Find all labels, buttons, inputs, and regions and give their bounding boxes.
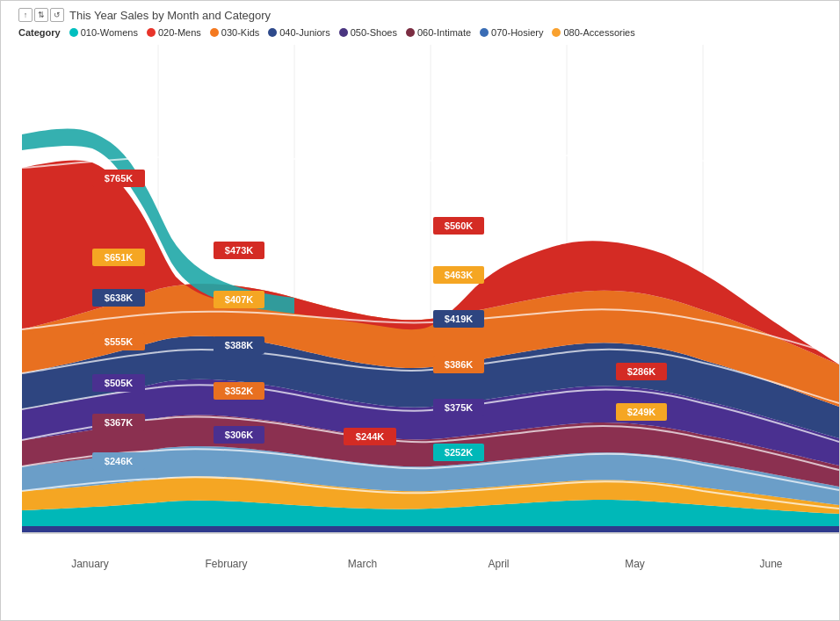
legend-item-womens: 010-Womens <box>69 27 138 38</box>
label-jan-5: $505K <box>105 378 133 388</box>
label-feb-2: $407K <box>225 294 253 305</box>
title-area: ↑ ⇅ ↺ This Year Sales by Month and Categ… <box>15 8 837 22</box>
label-jan-2: $651K <box>105 252 133 263</box>
intimate-label: 060-Intimate <box>417 27 471 38</box>
label-jan-6: $367K <box>105 417 133 428</box>
x-label-march: March <box>294 558 431 570</box>
x-label-february: February <box>158 558 294 570</box>
chart-area: $765K $651K $638K $555K $505K $367K $246… <box>22 45 839 554</box>
label-feb-1: $473K <box>225 245 253 256</box>
refresh-icon[interactable]: ↺ <box>50 8 64 22</box>
label-apr-3: $419K <box>445 314 473 324</box>
x-label-april: April <box>431 558 567 570</box>
shoes-dot <box>339 28 348 37</box>
juniors-dot <box>268 28 277 37</box>
stream-base <box>22 526 839 532</box>
up-arrow-icon[interactable]: ↑ <box>18 8 33 22</box>
kids-dot <box>210 28 219 37</box>
label-apr-5: $375K <box>445 402 473 413</box>
mens-label: 020-Mens <box>158 27 201 38</box>
womens-dot <box>69 28 78 37</box>
legend: Category 010-Womens 020-Mens 030-Kids 04… <box>15 27 837 38</box>
hosiery-label: 070-Hosiery <box>491 27 543 38</box>
legend-item-kids: 030-Kids <box>210 27 259 38</box>
legend-item-intimate: 060-Intimate <box>406 27 471 38</box>
chart-title: This Year Sales by Month and Category <box>69 9 271 22</box>
shoes-label: 050-Shoes <box>351 27 397 38</box>
title-icons: ↑ ⇅ ↺ <box>18 8 64 22</box>
kids-label: 030-Kids <box>221 27 259 38</box>
legend-item-juniors: 040-Juniors <box>268 27 329 38</box>
legend-item-hosiery: 070-Hosiery <box>480 27 543 38</box>
intimate-dot <box>406 28 415 37</box>
accessories-label: 080-Accessories <box>563 27 634 38</box>
x-label-january: January <box>22 558 158 570</box>
label-jan-4: $555K <box>105 336 133 347</box>
label-may-1: $286K <box>627 366 655 377</box>
legend-label: Category <box>18 27 61 38</box>
down-arrows-icon[interactable]: ⇅ <box>34 8 48 22</box>
mens-dot <box>147 28 156 37</box>
label-feb-4: $352K <box>225 386 253 396</box>
accessories-dot <box>552 28 561 37</box>
womens-label: 010-Womens <box>81 27 138 38</box>
label-apr-4: $386K <box>445 359 473 370</box>
legend-item-mens: 020-Mens <box>147 27 201 38</box>
label-feb-3: $388K <box>225 340 253 350</box>
label-feb-5: $306K <box>225 430 253 440</box>
label-apr-6: $252K <box>445 447 473 458</box>
legend-item-accessories: 080-Accessories <box>552 27 634 38</box>
label-apr-2: $463K <box>445 270 473 280</box>
label-apr-1: $560K <box>445 220 473 231</box>
chart-container: ↑ ⇅ ↺ This Year Sales by Month and Categ… <box>1 1 840 621</box>
legend-item-shoes: 050-Shoes <box>339 27 397 38</box>
label-jan-mens: $765K <box>105 173 133 184</box>
label-may-2: $249K <box>627 407 655 417</box>
juniors-label: 040-Juniors <box>279 27 329 38</box>
chart-svg: $765K $651K $638K $555K $505K $367K $246… <box>22 45 839 554</box>
label-jan-3: $638K <box>105 292 133 303</box>
x-label-june: June <box>703 558 839 570</box>
label-mar-1: $244K <box>356 431 384 442</box>
hosiery-dot <box>480 28 489 37</box>
label-jan-7: $246K <box>105 456 133 466</box>
x-label-may: May <box>567 558 703 570</box>
x-axis: January February March April May June <box>22 554 839 570</box>
